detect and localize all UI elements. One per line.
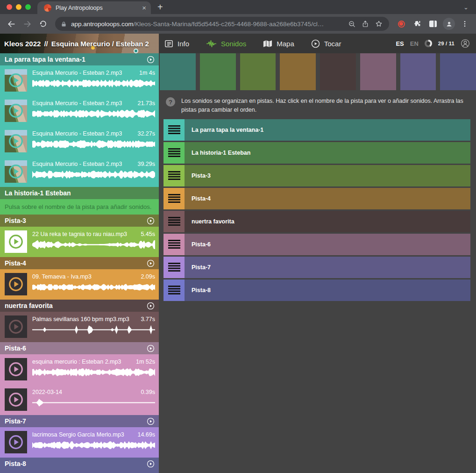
- play-track-icon[interactable]: [147, 460, 155, 468]
- play-track-icon[interactable]: [147, 344, 155, 352]
- track-section: Pista-409. Temaeva - Iva.mp32.09s: [0, 257, 159, 300]
- sound-clip[interactable]: Esquina Mercurio - Esteban 2.mp332.27s: [0, 126, 159, 157]
- browser-menu-icon[interactable]: [458, 17, 471, 30]
- track-row-body[interactable]: La parra tapa la ventana-1: [185, 119, 470, 141]
- track-section-header[interactable]: Pista-4: [0, 257, 159, 269]
- track-row-body[interactable]: Pista-6: [185, 234, 470, 255]
- track-row[interactable]: La historia-1 Esteban: [163, 142, 470, 164]
- clip-play-thumbnail[interactable]: [5, 160, 27, 183]
- drag-handle[interactable]: [163, 188, 185, 209]
- url-bar[interactable]: app.antropoloops.com/Kleos-Santa-Marina/…: [55, 17, 389, 31]
- tab-close-icon[interactable]: ×: [142, 4, 146, 11]
- drag-handle[interactable]: [163, 165, 185, 186]
- track-color-swatch: [240, 53, 276, 90]
- play-track-icon[interactable]: [147, 259, 155, 267]
- extensions-puzzle-icon[interactable]: [411, 17, 424, 30]
- clip-play-thumbnail[interactable]: [5, 230, 27, 253]
- track-name: nuertra favorita: [5, 302, 147, 309]
- track-row-body[interactable]: nuertra favorita: [185, 211, 470, 232]
- track-row-body[interactable]: Pista-7: [185, 257, 470, 278]
- track-row-body[interactable]: Pista-4: [185, 188, 470, 209]
- track-section-header[interactable]: Pista-6: [0, 342, 159, 354]
- recording-indicator-icon[interactable]: [395, 17, 408, 30]
- track-section-header[interactable]: Pista-8: [0, 458, 159, 470]
- breadcrumb-separator: //: [44, 40, 48, 48]
- drag-handle[interactable]: [163, 119, 185, 141]
- track-row-body[interactable]: La historia-1 Esteban: [185, 142, 470, 164]
- sound-clip[interactable]: Esquina Mercurio - Esteban 2.mp321.73s: [0, 96, 159, 126]
- play-track-icon[interactable]: [147, 417, 155, 425]
- play-track-icon[interactable]: [147, 217, 155, 225]
- drag-handle[interactable]: [163, 257, 185, 278]
- clip-play-thumbnail[interactable]: [5, 69, 27, 92]
- browser-toolbar: app.antropoloops.com/Kleos-Santa-Marina/…: [0, 14, 476, 34]
- track-row[interactable]: La parra tapa la ventana-1: [163, 119, 470, 141]
- lang-toggle-en[interactable]: EN: [410, 40, 419, 47]
- track-row[interactable]: Pista-4: [163, 188, 470, 209]
- track-section: Pista-322 Ua reka te tagnia to rau niau.…: [0, 215, 159, 257]
- profile-avatar[interactable]: [442, 17, 455, 30]
- zoom-indicator-icon[interactable]: [347, 17, 356, 30]
- tab-search-chevron-icon[interactable]: ⌄: [463, 4, 469, 11]
- sound-clip[interactable]: esquina mercurio : Esteban 2.mp31m 52s: [0, 354, 159, 385]
- track-row-body[interactable]: Pista-8: [185, 280, 470, 301]
- drag-handle[interactable]: [163, 142, 185, 164]
- forward-button[interactable]: [21, 17, 34, 30]
- play-track-icon[interactable]: [147, 56, 155, 64]
- lang-toggle-es[interactable]: ES: [396, 40, 404, 47]
- side-panel-icon[interactable]: [426, 17, 440, 30]
- nav-tocar[interactable]: Tocar: [311, 39, 341, 48]
- track-section-header[interactable]: Pista-3: [0, 215, 159, 227]
- reload-button[interactable]: [36, 17, 50, 30]
- new-tab-button[interactable]: +: [157, 2, 163, 12]
- clip-play-thumbnail[interactable]: [5, 100, 27, 122]
- nav-sonidos[interactable]: Sonidos: [206, 39, 246, 48]
- clip-play-thumbnail[interactable]: [5, 431, 27, 453]
- clip-play-thumbnail[interactable]: [5, 358, 27, 380]
- track-section-header[interactable]: La historia-1 Esteban: [0, 187, 159, 199]
- track-row-body[interactable]: Pista-3: [185, 165, 470, 186]
- track-row[interactable]: Pista-3: [163, 165, 470, 186]
- maximize-window-button[interactable]: [25, 4, 31, 10]
- track-row-label: Pista-7: [192, 264, 211, 271]
- drag-handle[interactable]: [163, 234, 185, 255]
- sound-clip[interactable]: lacrimosa Sergio García Merlo.mp314.69s: [0, 427, 159, 458]
- track-row[interactable]: nuertra favorita: [163, 211, 470, 232]
- account-icon[interactable]: [461, 39, 470, 48]
- nav-mapa[interactable]: Mapa: [263, 40, 294, 48]
- app-content: La parra tapa la ventana-1Esquina Mercur…: [0, 53, 476, 473]
- clip-play-thumbnail[interactable]: [5, 315, 27, 338]
- nav-info[interactable]: Info: [164, 39, 189, 48]
- sound-clip[interactable]: Esquina Mercurio - Esteban 2.mp31m 4s: [0, 65, 159, 96]
- sound-clip[interactable]: Palmas sevillanas 160 bpm mp3.mp33.77s: [0, 312, 159, 342]
- breadcrumb[interactable]: Kleos 2022//Esquina Mercurio / Esteban 2: [0, 40, 149, 48]
- browser-tab[interactable]: Play Antropoloops ×: [37, 1, 151, 14]
- back-button[interactable]: [5, 17, 18, 30]
- play-track-icon[interactable]: [147, 302, 155, 310]
- track-rows-list: La parra tapa la ventana-1La historia-1 …: [163, 119, 470, 301]
- share-icon[interactable]: [361, 17, 370, 30]
- sound-clip[interactable]: Esquina Mercurio - Esteban 2.mp339.29s: [0, 157, 159, 187]
- track-row-label: La historia-1 Esteban: [192, 150, 250, 156]
- track-row[interactable]: Pista-6: [163, 234, 470, 255]
- track-color-swatch: [320, 53, 356, 90]
- sound-clip[interactable]: 09. Temaeva - Iva.mp32.09s: [0, 269, 159, 300]
- track-row[interactable]: Pista-8: [163, 280, 470, 301]
- track-section-header[interactable]: nuertra favorita: [0, 300, 159, 312]
- minimize-window-button[interactable]: [16, 4, 21, 10]
- nav-label: Info: [178, 40, 189, 48]
- clip-duration: 0.39s: [141, 389, 155, 395]
- sound-clip[interactable]: 2022-03-140.39s: [0, 385, 159, 415]
- track-row[interactable]: Pista-7: [163, 257, 470, 278]
- track-name: Pista-3: [5, 217, 147, 224]
- bookmark-star-icon[interactable]: [374, 17, 384, 30]
- track-section-header[interactable]: La parra tapa la ventana-1: [0, 53, 159, 65]
- drag-handle[interactable]: [163, 280, 185, 301]
- close-window-button[interactable]: [7, 4, 12, 10]
- sound-clip[interactable]: 22 Ua reka te tagnia to rau niau.mp35.45…: [0, 227, 159, 257]
- track-section-header[interactable]: Pista-7: [0, 415, 159, 427]
- drag-handle[interactable]: [163, 211, 185, 232]
- clip-play-thumbnail[interactable]: [5, 388, 27, 411]
- clip-play-thumbnail[interactable]: [5, 273, 27, 295]
- clip-play-thumbnail[interactable]: [5, 130, 27, 152]
